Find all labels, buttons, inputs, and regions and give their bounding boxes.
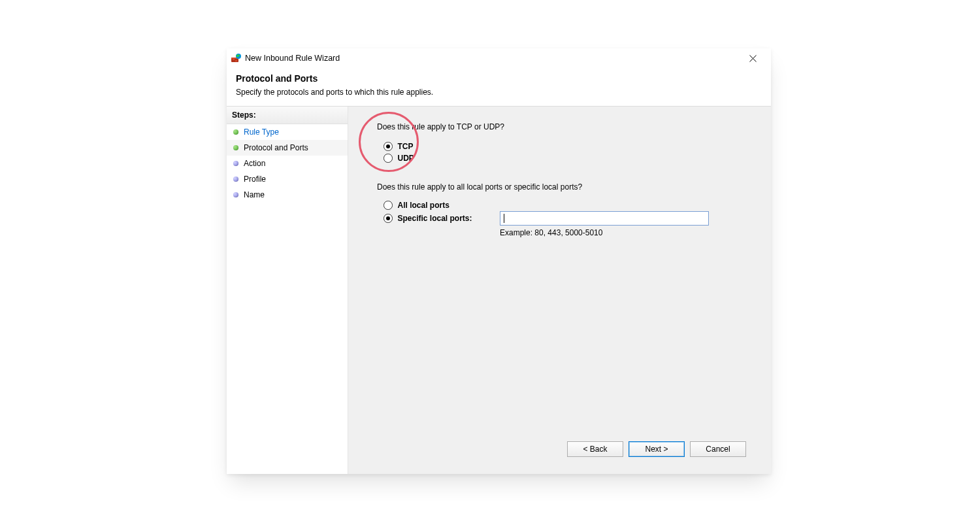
ports-example-text: Example: 80, 443, 5000-5010 bbox=[500, 228, 753, 237]
firewall-icon bbox=[231, 53, 241, 63]
protocol-prompt: Does this rule apply to TCP or UDP? bbox=[377, 122, 753, 131]
step-bullet-icon bbox=[233, 161, 238, 166]
step-label: Rule Type bbox=[244, 127, 279, 137]
svg-rect-2 bbox=[233, 59, 235, 60]
radio-udp[interactable]: UDP bbox=[384, 152, 753, 164]
close-button[interactable] bbox=[740, 49, 766, 67]
specific-ports-input[interactable] bbox=[500, 211, 709, 226]
text-caret bbox=[504, 214, 504, 223]
step-bullet-icon bbox=[233, 192, 238, 197]
page-title: Protocol and Ports bbox=[236, 73, 762, 84]
step-label: Protocol and Ports bbox=[244, 143, 308, 152]
page-subtitle: Specify the protocols and ports to which… bbox=[236, 88, 762, 97]
radio-label: Specific local ports: bbox=[398, 214, 472, 223]
dialog-body: Steps: Rule Type Protocol and Ports Acti… bbox=[227, 107, 771, 474]
radio-tcp[interactable]: TCP bbox=[384, 141, 753, 152]
step-name[interactable]: Name bbox=[227, 187, 348, 203]
radio-label: UDP bbox=[398, 154, 414, 163]
radio-icon bbox=[384, 154, 393, 163]
steps-sidebar: Steps: Rule Type Protocol and Ports Acti… bbox=[227, 107, 348, 474]
wizard-footer: < Back Next > Cancel bbox=[377, 435, 753, 466]
radio-specific-local-ports[interactable]: Specific local ports: bbox=[384, 214, 495, 223]
radio-icon bbox=[384, 201, 393, 210]
wizard-dialog: New Inbound Rule Wizard Protocol and Por… bbox=[227, 48, 771, 474]
radio-specific-local-ports-row: Specific local ports: Example: 80, 443, … bbox=[384, 211, 753, 237]
cancel-button[interactable]: Cancel bbox=[690, 441, 746, 457]
steps-header: Steps: bbox=[227, 107, 348, 124]
radio-all-local-ports-row: All local ports bbox=[384, 201, 753, 210]
step-label: Name bbox=[244, 190, 265, 199]
step-profile[interactable]: Profile bbox=[227, 171, 348, 187]
step-label: Action bbox=[244, 159, 265, 168]
ports-prompt: Does this rule apply to all local ports … bbox=[377, 182, 753, 192]
step-bullet-icon bbox=[233, 177, 238, 182]
radio-label: All local ports bbox=[398, 201, 449, 210]
radio-icon bbox=[384, 214, 393, 223]
step-rule-type[interactable]: Rule Type bbox=[227, 124, 348, 140]
radio-all-local-ports[interactable]: All local ports bbox=[384, 201, 495, 210]
radio-icon bbox=[384, 142, 393, 151]
radio-label: TCP bbox=[398, 142, 414, 151]
window-title: New Inbound Rule Wizard bbox=[245, 54, 740, 63]
step-bullet-icon bbox=[233, 129, 238, 135]
back-button[interactable]: < Back bbox=[567, 441, 623, 457]
close-icon bbox=[749, 55, 757, 62]
step-label: Profile bbox=[244, 175, 266, 184]
step-protocol-and-ports[interactable]: Protocol and Ports bbox=[227, 140, 348, 156]
next-button[interactable]: Next > bbox=[629, 441, 685, 457]
step-bullet-icon bbox=[233, 145, 238, 150]
titlebar: New Inbound Rule Wizard bbox=[227, 48, 771, 68]
protocol-radio-group: TCP UDP bbox=[384, 141, 753, 164]
step-action[interactable]: Action bbox=[227, 156, 348, 171]
main-panel: Does this rule apply to TCP or UDP? TCP … bbox=[348, 107, 771, 474]
svg-rect-3 bbox=[235, 60, 237, 61]
header-banner: Protocol and Ports Specify the protocols… bbox=[227, 68, 771, 107]
